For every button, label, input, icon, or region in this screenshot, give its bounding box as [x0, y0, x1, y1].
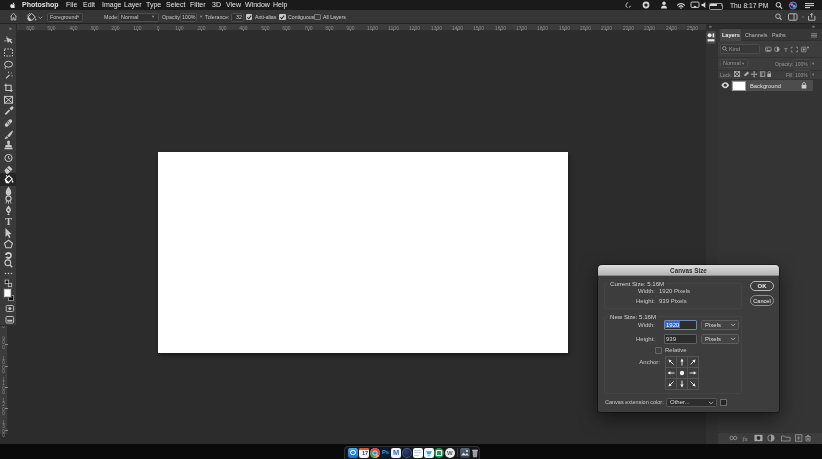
- svg-text:T: T: [5, 216, 12, 227]
- svg-text:fx: fx: [742, 435, 748, 442]
- svg-text:T: T: [784, 46, 788, 53]
